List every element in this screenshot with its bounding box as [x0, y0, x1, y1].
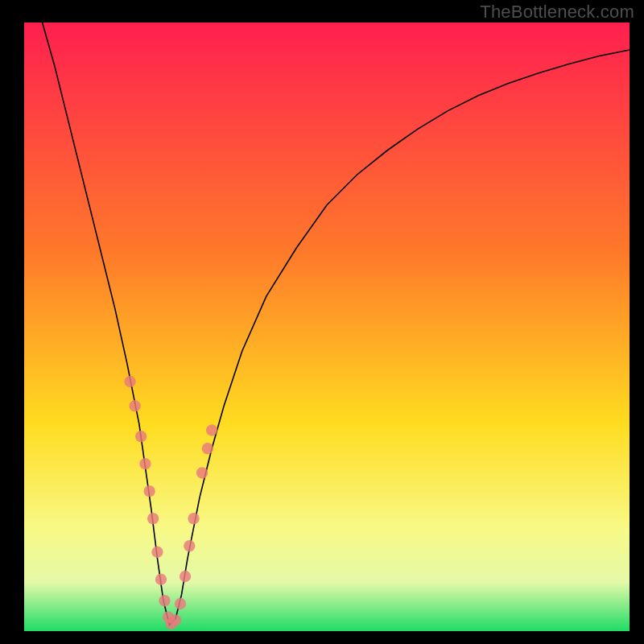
sample-dot [139, 458, 151, 469]
sample-dot [124, 376, 135, 387]
sample-dot [180, 571, 191, 582]
sample-dot [206, 424, 217, 436]
sample-dot [144, 485, 155, 497]
sample-dot [129, 400, 140, 411]
sample-dot [184, 540, 195, 551]
chart-frame: TheBottleneck.com [0, 0, 644, 644]
sample-dot [151, 547, 163, 558]
sample-dot [196, 467, 208, 478]
sample-dot [170, 614, 181, 625]
watermark-text: TheBottleneck.com [480, 2, 634, 23]
chart-svg [24, 23, 630, 631]
sample-dot [147, 513, 159, 524]
sample-dot [135, 431, 147, 442]
sample-dot [188, 513, 199, 524]
sample-dot [202, 443, 213, 454]
sample-dot [159, 595, 170, 606]
sample-dot [155, 574, 167, 585]
gradient-background [24, 23, 630, 631]
sample-dot [175, 598, 186, 609]
